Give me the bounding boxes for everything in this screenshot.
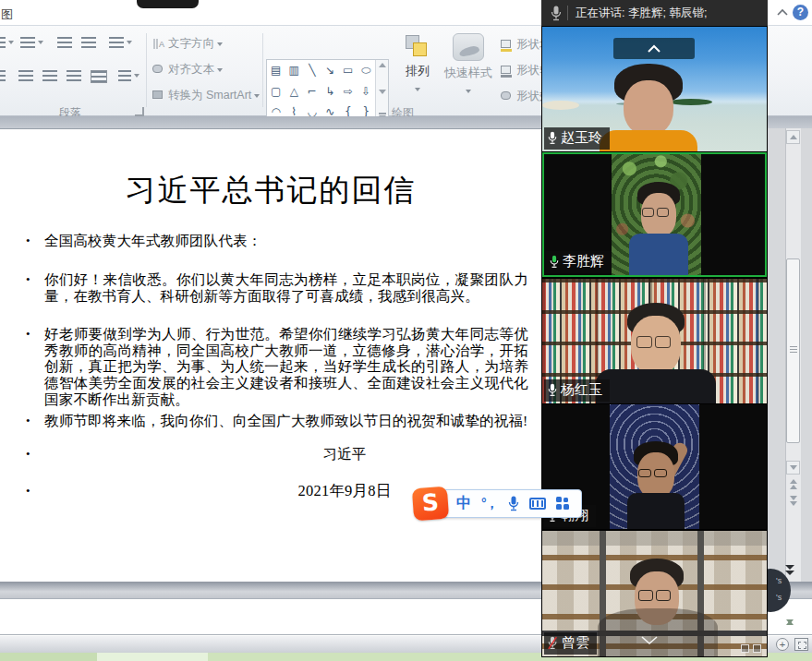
align-text-button[interactable]: 对齐文本 [151,62,223,78]
tab-view-partial[interactable]: 图 [1,6,13,23]
slide-paragraph[interactable]: 好老师要做到学为人师、行为世范。希望你们继续学习弘扬黄大年同志等优秀教师的高尚精… [44,326,528,407]
tile-expand-icon[interactable] [753,644,761,653]
paragraph-dialog-launcher[interactable] [135,107,144,116]
next-slide-shortcut-icon[interactable] [785,565,794,575]
slide-paragraph[interactable]: 你们好！来信收悉。你们以黄大年同志为榜样，立足本职岗位，凝聚团队力量，在教书育人… [44,271,528,304]
shape-elbow-icon[interactable]: ⌐ [303,81,321,102]
participant-name: 杨红玉 [561,381,602,399]
shape-ellipse-icon[interactable]: ⬭ [358,60,376,81]
text-direction-icon: A [151,37,165,51]
scroll-up-button[interactable] [786,130,800,144]
align-left-icon [0,70,6,81]
ime-pill: 中 °， [442,489,582,518]
participant-tile-speaking[interactable]: 李胜辉 [542,152,767,277]
keyboard-icon[interactable] [529,498,546,510]
microphone-icon [548,131,557,145]
numbering-icon [20,37,35,48]
shape-line-icon[interactable]: ╲ [303,60,321,81]
shape-right-arrow-icon[interactable]: ⇨ [339,81,358,102]
taskbar-segment [0,653,97,661]
justify-icon [67,70,81,81]
text-direction-button[interactable]: A 文字方向 [151,36,223,52]
shirt [629,234,688,277]
svg-text:A: A [159,40,164,49]
columns-button[interactable] [118,70,139,81]
notes-scroll-down-icon[interactable] [786,624,794,641]
distribute-button[interactable] [91,70,107,83]
ime-punctuation-toggle[interactable]: °， [481,496,498,512]
shape-textbox-icon[interactable]: ▤ [267,60,285,81]
bullet-marker: • [26,327,30,342]
align-center-button[interactable] [18,70,33,81]
shapes-scroll-down-icon[interactable] [379,90,386,94]
shape-triangle-icon[interactable]: △ [285,81,304,102]
shape-rounded-rect-icon[interactable]: ▢ [267,81,285,102]
ime-toolbar: S 中 °， [413,487,582,521]
microphone-icon [551,6,562,21]
slide-paragraph[interactable]: 教师节即将来临，我向你们、向全国广大教师致以节日的祝贺和诚挚的祝福! [44,413,528,429]
align-center-icon [18,70,33,81]
shirt [600,130,697,151]
bullets-button[interactable] [0,37,14,48]
help-button[interactable]: ? [793,5,808,20]
scrollbar-thumb[interactable] [786,258,800,443]
shape-outline-icon [500,65,514,78]
collapse-panel-button[interactable] [613,38,695,59]
fit-to-window-button[interactable] [794,638,808,651]
shirt [596,369,716,403]
minimize-ribbon-icon[interactable] [776,7,789,17]
decrease-indent-icon [57,37,72,48]
shape-down-arrow-icon[interactable]: ⇩ [358,81,376,102]
slide-title[interactable]: 习近平总书记的回信 [0,170,541,211]
shape-vertical-textbox-icon[interactable]: ▥ [285,60,304,81]
quick-styles-button[interactable]: 快速样式 [442,33,495,98]
chevron-up-icon [647,44,661,54]
shapes-gallery-scroll[interactable] [375,60,388,123]
toolbox-grid-icon[interactable] [556,497,570,511]
line-spacing-button[interactable] [109,37,132,48]
increase-indent-icon [81,37,96,48]
decrease-indent-button[interactable] [57,37,72,48]
participant-name-tag: 李胜辉 [546,251,612,273]
next-slide-button[interactable] [786,496,800,506]
participant-name: 曾雲 [562,634,589,652]
shape-elbow-arrow-icon[interactable]: ↳ [321,81,340,102]
increase-indent-button[interactable] [81,37,96,48]
align-left-button[interactable] [0,70,6,81]
previous-slide-button[interactable] [786,479,800,489]
shape-arrow-line-icon[interactable]: ↘ [321,60,340,81]
distribute-icon [91,70,107,83]
more-participants-chevron-icon[interactable] [639,632,660,649]
tile-controls [741,644,761,653]
bullets-icon [0,37,6,48]
arrange-icon [406,35,430,59]
smartart-button[interactable]: 转换为 SmartArt [151,88,260,103]
quick-styles-icon [453,33,484,61]
numbering-button[interactable] [20,37,43,48]
glasses [638,469,667,477]
slide-paragraph[interactable]: 全国高校黄大年式教师团队代表： [44,233,528,249]
tile-minimize-icon[interactable] [741,644,749,653]
scroll-down-button[interactable] [786,461,800,475]
participant-tile[interactable]: 赵玉玲 [542,27,767,151]
align-right-button[interactable] [42,70,57,81]
participant-tile[interactable]: 曾雲 [542,531,767,656]
meeting-topbar-edge [137,0,199,8]
shape-rectangle-icon[interactable]: ▭ [339,60,358,81]
slide-signature[interactable]: 习近平 [44,446,541,463]
justify-button[interactable] [67,70,81,81]
shape-effects-icon [500,90,514,103]
ime-language-toggle[interactable]: 中 [456,494,471,513]
participant-name-tag: 杨红玉 [544,379,610,402]
sogou-logo[interactable]: S [412,487,449,522]
shapes-scroll-up-icon[interactable] [379,63,386,67]
taskbar-segment [97,653,208,661]
shape-fill-icon [500,39,514,52]
bullet-marker: • [26,234,30,248]
microphone-active-icon [550,255,559,269]
smartart-icon [151,90,165,102]
arrange-button[interactable]: 排列 [397,35,438,96]
document-right-margin [768,128,812,582]
participant-tile[interactable]: 杨红玉 [542,279,767,403]
voice-input-icon[interactable] [508,496,519,511]
